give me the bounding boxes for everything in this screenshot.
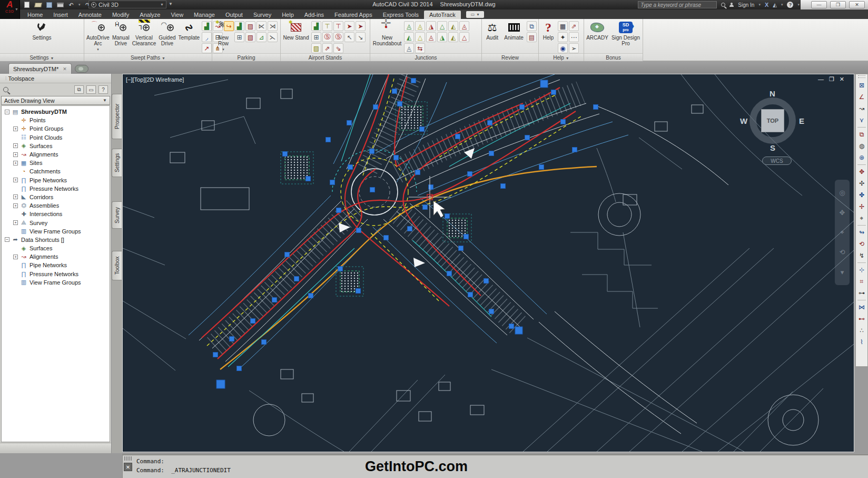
tree-expander[interactable]: +	[13, 220, 18, 225]
grip[interactable]	[429, 185, 433, 190]
tool-icon[interactable]: ◞	[202, 32, 212, 42]
grip[interactable]	[456, 134, 460, 139]
qat-customize-dropdown[interactable]: ▼	[169, 2, 173, 6]
grip[interactable]	[330, 180, 335, 185]
new-row-button[interactable]: New Row▾	[214, 20, 233, 53]
toolbar-icon[interactable]: ↝	[857, 104, 866, 113]
tree-item[interactable]: +▦Sites	[2, 159, 110, 167]
tool-icon[interactable]: ⋊	[268, 21, 278, 31]
zoom-icon[interactable]: ⌖	[840, 228, 844, 237]
active-drawing-view-dropdown[interactable]: Active Drawing View ▼	[1, 96, 110, 105]
toolbar-icon[interactable]: ⌖	[857, 213, 866, 223]
tool-icon[interactable]: ⋯	[569, 32, 579, 42]
tree-expander[interactable]: +	[13, 152, 18, 157]
toolbar-icon[interactable]: ⌗	[857, 277, 866, 286]
item-view-icon[interactable]: ⧉	[74, 85, 84, 94]
grip[interactable]	[561, 120, 566, 124]
grip[interactable]	[337, 208, 341, 213]
viewport-restore-button[interactable]: ❐	[829, 76, 834, 83]
grip[interactable]	[251, 319, 255, 324]
tree-item[interactable]: −➦Data Shortcuts []	[2, 236, 110, 244]
toolbar-icon[interactable]: ✢	[857, 202, 866, 211]
close-button[interactable]: ✕	[849, 1, 865, 8]
tool-icon[interactable]: ⊞	[234, 32, 244, 42]
tool-icon[interactable]: ➤	[344, 21, 354, 31]
tree-expander[interactable]: −	[5, 237, 9, 242]
grip[interactable]	[416, 170, 420, 175]
ribbon-tab-autotrack[interactable]: AutoTrack	[424, 11, 461, 19]
grip[interactable]	[539, 165, 544, 170]
open-file-icon[interactable]	[34, 2, 42, 8]
tool-icon[interactable]: ◬	[415, 21, 425, 31]
grip[interactable]	[294, 277, 299, 281]
tool-icon[interactable]: ⇆	[415, 43, 425, 53]
new-stand-button[interactable]: New Stand	[282, 20, 310, 53]
tree-item[interactable]: ∏Pipe Networks	[2, 261, 110, 269]
grip[interactable]	[509, 324, 514, 329]
tool-icon[interactable]: ▤	[527, 32, 537, 42]
grip[interactable]	[484, 279, 489, 284]
tool-icon[interactable]: ◬	[404, 43, 414, 53]
tree-item[interactable]: +⟁Survey	[2, 218, 110, 227]
grip[interactable]	[411, 79, 416, 83]
grip[interactable]	[213, 353, 218, 357]
guided-drive-button[interactable]: ◠ Guided Drive	[158, 20, 176, 53]
toolbar-icon[interactable]: ↬	[857, 228, 866, 237]
grip[interactable]	[216, 380, 225, 388]
panel-display-icon[interactable]: ▭	[86, 85, 96, 94]
grip[interactable]	[594, 105, 598, 110]
panel-title-review[interactable]: Review	[482, 53, 538, 61]
tree-item[interactable]: ∏Pressure Networks	[2, 184, 110, 193]
grip[interactable]	[447, 271, 452, 276]
grip[interactable]	[520, 105, 525, 110]
tool-icon[interactable]: ⧉	[527, 21, 537, 31]
tree-item[interactable]: +⏣Assemblies	[2, 201, 110, 210]
tree-item[interactable]: +↝Alignments	[2, 150, 110, 159]
grip[interactable]	[309, 294, 313, 298]
tool-icon[interactable]: △	[459, 32, 469, 42]
grip[interactable]	[540, 80, 548, 87]
tool-icon[interactable]: ◭	[448, 32, 458, 42]
panel-title-parking[interactable]: Parking	[212, 53, 280, 61]
tool-icon[interactable]: ↗	[202, 43, 212, 53]
toolbar-icon[interactable]: ✣	[857, 179, 866, 188]
command-history[interactable]: Command:Command: _ATRAJUNCTIONEDIT	[136, 457, 231, 475]
tool-icon[interactable]: ◭	[448, 21, 458, 31]
tree-item[interactable]: ☷Point Clouds	[2, 133, 110, 142]
tree-item[interactable]: ◈Surfaces	[2, 244, 110, 252]
toolbar-icon[interactable]: ⟲	[857, 239, 866, 249]
workspace-selector[interactable]: Civil 3D ▼	[88, 1, 166, 8]
toolbar-icon[interactable]: ⊕	[857, 153, 866, 162]
side-tab-survey[interactable]: Survey	[112, 201, 122, 229]
autodrive-arc-button[interactable]: ⌒ AutoDrive Arc▾	[86, 20, 110, 53]
grip[interactable]	[326, 138, 331, 142]
viewcube-east[interactable]: E	[799, 116, 804, 125]
grip[interactable]	[394, 155, 399, 160]
toolbar-icon[interactable]: ✥	[857, 167, 866, 177]
panel-title-swept-paths[interactable]: Swept Paths▼	[84, 53, 212, 61]
tool-icon[interactable]: ▟	[234, 21, 244, 31]
undo-dropdown[interactable]: ▾	[78, 3, 81, 7]
audit-button[interactable]: ⚖ Audit	[484, 20, 501, 53]
tree-item[interactable]: +◈Surfaces	[2, 142, 110, 150]
grip[interactable]	[489, 309, 494, 314]
tool-icon[interactable]: ⊞	[311, 32, 321, 42]
toolspace-header[interactable]: ⁞ Toolspace	[0, 74, 111, 83]
side-tab-toolbox[interactable]: Toolbox	[112, 251, 122, 280]
grip[interactable]	[373, 105, 378, 110]
panel-title-settings[interactable]: Settings▼	[0, 53, 84, 61]
pan-icon[interactable]: ✥	[840, 209, 845, 217]
sign-in-button[interactable]: Sign In	[738, 2, 754, 8]
tree-item[interactable]: ◔Catchments	[2, 167, 110, 175]
tool-icon[interactable]: Ⓢ	[322, 32, 332, 42]
ribbon-tab-featured-apps[interactable]: Featured Apps	[329, 11, 378, 19]
command-line-window[interactable]: ✕ Command:Command: _ATRAJUNCTIONEDIT Get…	[122, 454, 868, 478]
search-input[interactable]: Type a keyword or phrase	[638, 1, 717, 8]
tree-item[interactable]: ▥View Frame Groups	[2, 278, 110, 287]
tool-icon[interactable]: ▧	[245, 32, 255, 42]
command-grip[interactable]	[124, 456, 132, 461]
grip[interactable]	[384, 236, 389, 240]
panel-title-bonus[interactable]: Bonus	[584, 53, 643, 61]
grip[interactable]	[283, 152, 288, 157]
close-tab-icon[interactable]: ✕	[63, 66, 67, 72]
